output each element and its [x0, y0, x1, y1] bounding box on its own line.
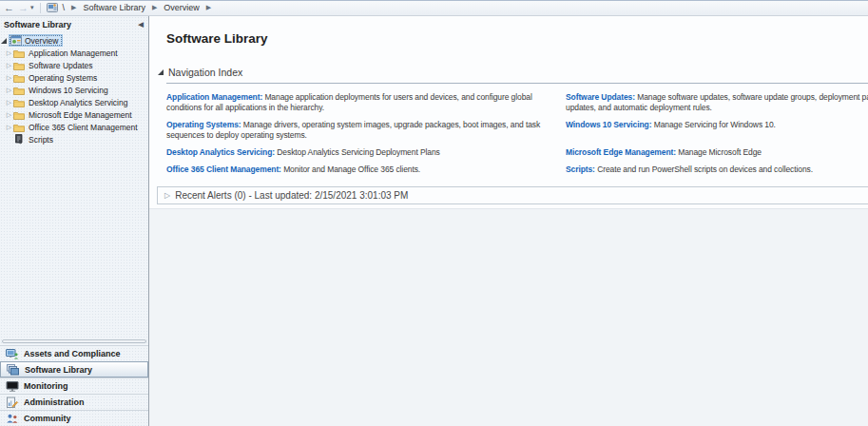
tree-item-software-updates[interactable]: ▷ Software Updates: [0, 59, 148, 71]
section-collapsed-icon[interactable]: ▷: [164, 192, 170, 199]
expander-icon[interactable]: [0, 38, 9, 44]
tree-item-label: Overview: [25, 36, 58, 46]
page-title: Software Library: [166, 30, 868, 47]
sidebar-title: Software Library: [4, 20, 71, 29]
workspace-nav: Assets and Compliance Software Library: [0, 345, 148, 426]
tree-item-label: Scripts: [29, 135, 53, 145]
navigation-index-links: Application Management: Manage applicati…: [166, 92, 868, 175]
sidebar: Software Library ◀ Overview: [0, 16, 149, 426]
nav-label: Assets and Compliance: [24, 349, 121, 358]
folder-icon: [13, 85, 26, 95]
assets-and-compliance-icon: [6, 348, 19, 360]
nav-entry-windows-10-servicing: Windows 10 Servicing: Manage Servicing f…: [566, 120, 868, 141]
history-dropdown-icon[interactable]: ▾: [30, 4, 34, 11]
folder-icon: [13, 60, 26, 70]
breadcrumb-separator-icon: ▶: [150, 4, 159, 11]
section-divider: [166, 83, 868, 84]
nav-entry-scripts: Scripts: Create and run PowerShell scrip…: [566, 165, 868, 175]
tree-item-office-365-client-management[interactable]: ▷ Office 365 Client Management: [0, 121, 148, 133]
scripts-link[interactable]: Scripts:: [566, 165, 595, 174]
sidebar-splitter[interactable]: [0, 338, 148, 345]
office-365-client-management-link[interactable]: Office 365 Client Management:: [166, 165, 281, 174]
sidebar-tree: Overview ▷ Application Management ▷ Soft…: [0, 30, 148, 338]
application-management-link[interactable]: Application Management:: [166, 92, 262, 102]
breadcrumb-separator-icon: ▶: [69, 4, 78, 11]
nav-entry-software-updates: Software Updates: Manage software update…: [566, 92, 868, 113]
expander-icon[interactable]: ▷: [5, 74, 13, 81]
nav-label: Administration: [24, 397, 85, 407]
folder-icon: [13, 122, 26, 132]
recent-alerts-bar[interactable]: ▷ Recent Alerts (0) - Last updated: 2/15…: [157, 186, 868, 204]
expander-icon[interactable]: ▷: [5, 49, 13, 56]
splitter-grip[interactable]: [2, 339, 146, 343]
nav-entry-desktop-analytics-servicing: Desktop Analytics Servicing: Desktop Ana…: [166, 147, 558, 158]
nav-entry-application-management: Application Management: Manage applicati…: [166, 92, 558, 113]
nav-community[interactable]: Community: [0, 410, 148, 426]
administration-icon: [6, 397, 19, 409]
software-library-icon: [7, 363, 20, 376]
empty-panel: [149, 208, 868, 426]
navigation-index-header[interactable]: Navigation Index: [158, 67, 868, 78]
tree-item-windows-10-servicing[interactable]: ▷ Windows 10 Servicing: [0, 84, 148, 96]
nav-entry-office-365-client-management: Office 365 Client Management: Monitor an…: [166, 165, 558, 175]
software-updates-link[interactable]: Software Updates:: [566, 92, 635, 102]
section-expanded-icon[interactable]: [158, 69, 164, 75]
entry-description: Manage Servicing for Windows 10.: [654, 120, 776, 129]
expander-icon[interactable]: ▷: [5, 99, 13, 106]
monitoring-icon: [6, 380, 19, 393]
recent-alerts-label: Recent Alerts (0) - Last updated: 2/15/2…: [175, 190, 408, 201]
back-icon[interactable]: ←: [4, 3, 14, 13]
nav-assets-and-compliance[interactable]: Assets and Compliance: [0, 345, 148, 361]
tree-item-label: Windows 10 Servicing: [29, 86, 108, 95]
nav-administration[interactable]: Administration: [0, 394, 148, 410]
breadcrumb-overview[interactable]: Overview: [163, 3, 201, 12]
tree-item-microsoft-edge-management[interactable]: ▷ Microsoft Edge Management: [0, 108, 148, 121]
tree-item-application-management[interactable]: ▷ Application Management: [0, 47, 148, 59]
nav-entry-operating-systems: Operating Systems: Manage drivers, opera…: [166, 120, 558, 141]
main-content: Software Library Navigation Index Applic…: [149, 16, 868, 426]
breadcrumb-root[interactable]: \: [62, 3, 67, 12]
nav-entry-microsoft-edge-management: Microsoft Edge Management: Manage Micros…: [566, 147, 868, 158]
toolbar-separator: [40, 3, 41, 13]
nav-label: Software Library: [25, 365, 92, 375]
nav-label: Monitoring: [24, 381, 68, 391]
entry-description: Monitor and Manage Office 365 clients.: [283, 165, 420, 174]
tree-item-label: Operating Systems: [29, 73, 97, 83]
breadcrumb-separator-icon[interactable]: ▶: [204, 4, 213, 11]
overview-icon: [10, 35, 23, 46]
tree-item-overview[interactable]: Overview: [0, 34, 148, 47]
tree-item-desktop-analytics-servicing[interactable]: ▷ Desktop Analytics Servicing: [0, 96, 148, 108]
tree-item-label: Application Management: [29, 48, 118, 58]
expander-icon[interactable]: ▷: [5, 62, 13, 68]
expander-icon[interactable]: ▷: [5, 111, 13, 118]
community-icon: [6, 413, 19, 425]
nav-monitoring[interactable]: Monitoring: [0, 378, 148, 394]
section-title: Navigation Index: [168, 67, 242, 78]
folder-icon: [13, 72, 26, 83]
console-app-icon: [47, 2, 58, 13]
tree-item-scripts[interactable]: Scripts: [0, 133, 148, 145]
tree-item-label: Desktop Analytics Servicing: [29, 98, 127, 107]
tree-item-operating-systems[interactable]: ▷ Operating Systems: [0, 71, 148, 84]
top-toolbar: ← → ▾ \ ▶ Software Library ▶ Overview ▶: [0, 0, 868, 16]
expander-icon[interactable]: ▷: [5, 87, 13, 93]
expander-icon[interactable]: ▷: [5, 124, 13, 130]
nav-label: Community: [24, 414, 71, 423]
script-icon: [13, 134, 26, 145]
microsoft-edge-management-link[interactable]: Microsoft Edge Management:: [566, 147, 676, 157]
forward-icon: →: [18, 3, 29, 13]
tree-item-label: Office 365 Client Management: [29, 123, 138, 132]
collapse-sidebar-icon[interactable]: ◀: [139, 21, 144, 29]
operating-systems-link[interactable]: Operating Systems:: [166, 120, 241, 129]
breadcrumb-software-library[interactable]: Software Library: [82, 3, 146, 12]
entry-description: Create and run PowerShell scripts on dev…: [597, 165, 813, 174]
sidebar-header: Software Library ◀: [0, 16, 148, 30]
nav-software-library[interactable]: Software Library: [0, 361, 148, 378]
tree-item-label: Microsoft Edge Management: [29, 110, 132, 120]
windows-10-servicing-link[interactable]: Windows 10 Servicing:: [566, 120, 651, 129]
tree-selection[interactable]: Overview: [9, 34, 63, 47]
desktop-analytics-servicing-link[interactable]: Desktop Analytics Servicing:: [166, 147, 275, 157]
tree-item-label: Software Updates: [29, 61, 93, 70]
entry-description: Manage Microsoft Edge: [678, 147, 762, 157]
folder-icon: [13, 48, 26, 58]
